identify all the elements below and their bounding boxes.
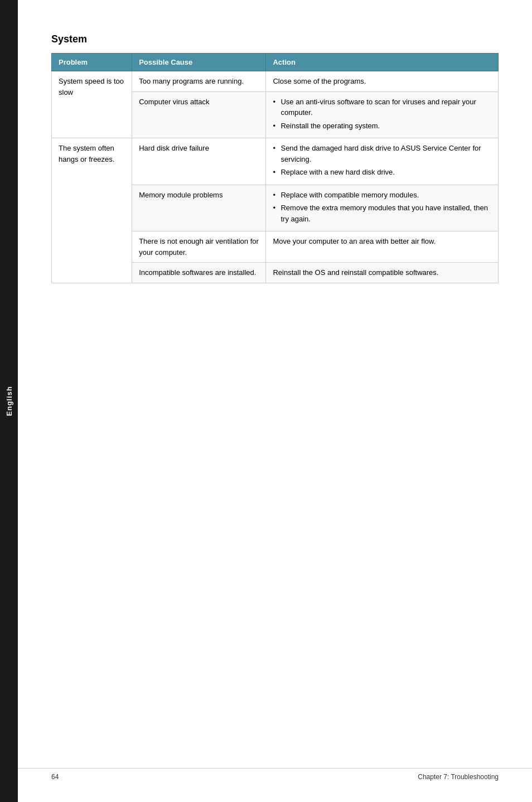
bullet-item: Replace with a new hard disk drive. — [273, 167, 491, 178]
system-table: Problem Possible Cause Action System spe… — [51, 53, 499, 283]
page-number: 64 — [51, 773, 59, 781]
sidebar: English — [0, 0, 18, 802]
cause-cell: Incompatible softwares are installed. — [132, 263, 266, 283]
cause-cell: Too many programs are running. — [132, 71, 266, 92]
action-cell: Send the damaged hard disk drive to ASUS… — [266, 138, 499, 185]
cause-cell: There is not enough air ventilation for … — [132, 231, 266, 263]
problem-cell: The system often hangs or freezes. — [52, 138, 132, 283]
action-cell: Use an anti-virus software to scan for v… — [266, 91, 499, 138]
table-row: System speed is too slow Too many progra… — [52, 71, 499, 92]
header-action: Action — [266, 54, 499, 71]
main-content: System Problem Possible Cause Action Sys… — [18, 0, 532, 317]
table-body: System speed is too slow Too many progra… — [52, 71, 499, 283]
action-cell: Move your computer to an area with bette… — [266, 231, 499, 263]
problem-cell: System speed is too slow — [52, 71, 132, 138]
action-bullets: Use an anti-virus software to scan for v… — [273, 96, 491, 132]
sidebar-label: English — [5, 386, 13, 416]
action-cell: Close some of the programs. — [266, 71, 499, 92]
action-cell: Replace with compatible memory modules. … — [266, 185, 499, 231]
header-cause: Possible Cause — [132, 54, 266, 71]
bullet-item: Reinstall the operating system. — [273, 120, 491, 132]
chapter-label: Chapter 7: Troubleshooting — [418, 773, 499, 781]
action-bullets: Send the damaged hard disk drive to ASUS… — [273, 143, 491, 178]
table-header: Problem Possible Cause Action — [52, 54, 499, 71]
bullet-item: Use an anti-virus software to scan for v… — [273, 96, 491, 118]
table-row: The system often hangs or freezes. Hard … — [52, 138, 499, 185]
action-bullets: Replace with compatible memory modules. … — [273, 190, 491, 225]
header-problem: Problem — [52, 54, 132, 71]
bullet-item: Replace with compatible memory modules. — [273, 190, 491, 201]
page-footer: 64 Chapter 7: Troubleshooting — [18, 768, 532, 785]
cause-cell: Computer virus attack — [132, 91, 266, 138]
cause-cell: Memory module problems — [132, 185, 266, 231]
bullet-item: Send the damaged hard disk drive to ASUS… — [273, 143, 491, 165]
bullet-item: Remove the extra memory modules that you… — [273, 202, 491, 224]
cause-cell: Hard disk drive failure — [132, 138, 266, 185]
section-title: System — [51, 33, 499, 45]
action-cell: Reinstall the OS and reinstall compatibl… — [266, 263, 499, 283]
